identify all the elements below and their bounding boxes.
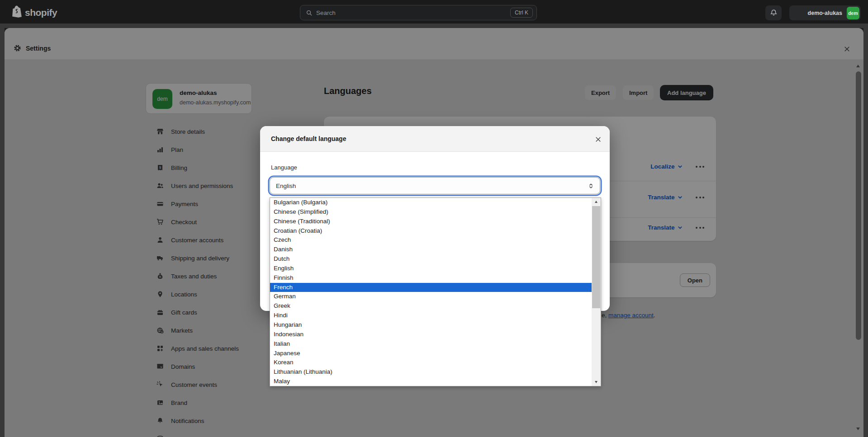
option-malay[interactable]: Malay [270, 377, 592, 386]
search-input[interactable]: Search Ctrl K [300, 5, 537, 20]
dropdown-scrollbar[interactable] [592, 198, 601, 386]
option-french[interactable]: French [270, 283, 592, 292]
option-indonesian[interactable]: Indonesian [270, 330, 592, 339]
dropdown-scrollbar-thumb[interactable] [592, 206, 600, 308]
search-icon [306, 9, 313, 16]
language-select-value: English [276, 183, 588, 189]
option-hindi[interactable]: Hindi [270, 311, 592, 320]
modal-close-button[interactable] [594, 135, 602, 143]
option-danish[interactable]: Danish [270, 245, 592, 254]
option-croatian-croatia[interactable]: Croatian (Croatia) [270, 226, 592, 236]
topbar: shopify Search Ctrl K demo-alukas dem [0, 0, 868, 23]
option-greek[interactable]: Greek [270, 301, 592, 311]
user-name: demo-alukas [808, 10, 842, 16]
option-italian[interactable]: Italian [270, 339, 592, 349]
dropdown-scroll-down-button[interactable] [592, 378, 601, 386]
dropdown-scroll-up-button[interactable] [592, 198, 601, 206]
shopify-logo[interactable]: shopify [12, 5, 57, 20]
modal-header: Change default language [260, 126, 610, 152]
option-bulgarian-bulgaria[interactable]: Bulgarian (Bulgaria) [270, 198, 592, 207]
language-select[interactable]: English [270, 177, 600, 194]
option-chinese-traditional[interactable]: Chinese (Traditional) [270, 217, 592, 226]
notifications-bell-button[interactable] [765, 5, 782, 20]
option-german[interactable]: German [270, 292, 592, 301]
select-updown-icon [588, 183, 594, 189]
option-hungarian[interactable]: Hungarian [270, 320, 592, 330]
option-lithuanian-lithuania[interactable]: Lithuanian (Lithuania) [270, 367, 592, 377]
search-placeholder: Search [316, 9, 510, 16]
option-czech[interactable]: Czech [270, 235, 592, 245]
search-shortcut-badge: Ctrl K [510, 8, 533, 18]
language-listbox: Bulgarian (Bulgaria)Chinese (Simplified)… [270, 198, 592, 386]
option-japanese[interactable]: Japanese [270, 349, 592, 358]
user-menu[interactable]: demo-alukas dem [789, 5, 861, 20]
shopify-bag-icon [12, 5, 22, 20]
option-dutch[interactable]: Dutch [270, 254, 592, 264]
bell-icon [770, 9, 778, 17]
option-english[interactable]: English [270, 264, 592, 273]
option-finnish[interactable]: Finnish [270, 273, 592, 283]
option-korean[interactable]: Korean [270, 358, 592, 367]
language-dropdown: Bulgarian (Bulgaria)Chinese (Simplified)… [270, 197, 601, 386]
option-chinese-simplified[interactable]: Chinese (Simplified) [270, 207, 592, 217]
language-field-label: Language [271, 164, 297, 171]
modal-title: Change default language [271, 135, 346, 142]
close-icon [595, 136, 601, 142]
shopify-wordmark: shopify [25, 7, 57, 18]
user-avatar: dem [847, 7, 859, 19]
